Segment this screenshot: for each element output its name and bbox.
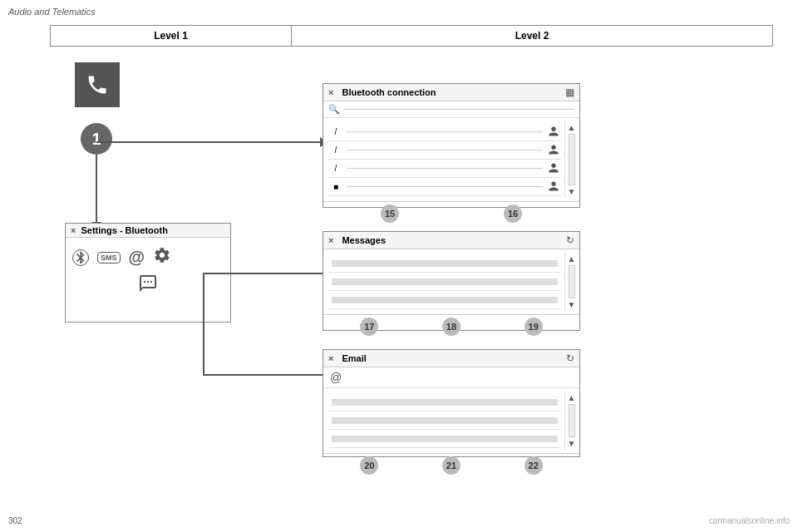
list-item — [328, 430, 561, 448]
phone-icon-box — [75, 62, 120, 107]
list-item — [328, 254, 561, 273]
bt-conn-body: / / / ■ — [323, 118, 579, 201]
bt-conn-scrollbar: ▲ ▼ — [564, 121, 578, 198]
settings-bt-title: Settings - Bluetooth — [81, 225, 168, 235]
scroll-up-arrow[interactable]: ▲ — [568, 123, 576, 132]
email-panel: × Email ↻ @ ▲ ▼ 20 21 22 — [323, 349, 580, 457]
messages-body: ▲ ▼ — [323, 249, 579, 314]
scroll-down-arrow[interactable]: ▼ — [568, 439, 576, 448]
bt-conn-header: × Bluetooth connection ▦ — [323, 84, 579, 101]
email-at-icon[interactable]: @ — [129, 248, 145, 267]
arrow-to-bt-conn — [96, 141, 321, 143]
page-number: 302 — [8, 516, 22, 525]
list-item: / — [328, 160, 561, 178]
email-at-row: @ — [323, 367, 579, 388]
badge-20[interactable]: 20 — [360, 456, 378, 475]
chat-icon[interactable] — [138, 273, 158, 293]
messages-badges: 17 18 19 — [323, 314, 579, 338]
badge-16[interactable]: 16 — [504, 204, 522, 223]
scroll-track — [569, 265, 575, 298]
list-item — [328, 393, 561, 411]
email-title: Email — [342, 353, 366, 363]
circle-number: 1 — [81, 123, 112, 155]
messages-close[interactable]: × — [328, 235, 333, 245]
email-at-symbol: @ — [330, 371, 342, 384]
header-title: Audio and Telematics — [8, 7, 96, 17]
scroll-up-arrow[interactable]: ▲ — [568, 393, 576, 402]
messages-header: × Messages ↻ — [323, 232, 579, 249]
email-badges: 20 21 22 — [323, 453, 579, 477]
settings-bt-title-bar: × Settings - Bluetooth — [66, 224, 230, 238]
v-connector — [203, 273, 204, 376]
messages-list — [325, 253, 564, 311]
badge-22[interactable]: 22 — [525, 456, 543, 475]
settings-bt-bottom-icons — [66, 273, 230, 298]
list-item: / — [328, 123, 561, 141]
badge-18[interactable]: 18 — [442, 318, 461, 336]
bluetooth-icon[interactable] — [72, 249, 89, 266]
bt-conn-panel: × Bluetooth connection ▦ 🔍 / / — [323, 83, 580, 208]
scroll-track — [569, 404, 575, 437]
list-item: / — [328, 141, 561, 160]
messages-title: Messages — [342, 235, 386, 245]
badge-21[interactable]: 21 — [442, 456, 461, 475]
arrow-to-email — [203, 374, 324, 376]
bt-conn-close[interactable]: × — [328, 87, 333, 97]
settings-gear-icon[interactable] — [153, 246, 171, 268]
arrow-down — [96, 155, 97, 223]
settings-bt-icons-row: SMS @ — [66, 238, 230, 273]
level2-label: Level 2 — [292, 26, 772, 46]
badge-19[interactable]: 19 — [525, 318, 543, 336]
scroll-up-arrow[interactable]: ▲ — [568, 254, 576, 264]
sms-icon[interactable]: SMS — [97, 252, 121, 264]
messages-panel: × Messages ↻ ▲ ▼ 17 18 19 — [323, 231, 580, 331]
email-close[interactable]: × — [328, 353, 333, 363]
badge-17[interactable]: 17 — [360, 318, 378, 336]
scroll-down-arrow[interactable]: ▼ — [568, 187, 576, 196]
messages-refresh-icon[interactable]: ↻ — [566, 234, 574, 246]
arrow-to-messages — [203, 273, 324, 274]
bt-conn-list: / / / ■ — [325, 121, 564, 198]
level-bar: Level 1 Level 2 — [50, 25, 773, 47]
bt-conn-title: Bluetooth connection — [342, 87, 436, 97]
phone-icon — [86, 73, 109, 96]
messages-scrollbar: ▲ ▼ — [564, 253, 578, 311]
bt-conn-table-icon: ▦ — [565, 86, 574, 98]
list-item — [328, 411, 561, 430]
email-list — [325, 392, 564, 450]
scroll-track — [569, 134, 575, 185]
bt-conn-search-row: 🔍 — [323, 101, 579, 118]
list-item — [328, 273, 561, 291]
watermark: carmanualsonline.info — [709, 516, 790, 525]
bt-conn-badges: 15 16 — [323, 201, 579, 225]
scroll-down-arrow[interactable]: ▼ — [568, 300, 576, 309]
list-item — [328, 291, 561, 309]
email-scrollbar: ▲ ▼ — [564, 392, 578, 450]
email-refresh-icon[interactable]: ↻ — [566, 352, 574, 364]
badge-15[interactable]: 15 — [381, 204, 399, 223]
level1-label: Level 1 — [51, 26, 292, 46]
settings-bt-close[interactable]: × — [71, 225, 76, 235]
email-header: × Email ↻ — [323, 350, 579, 367]
page-header: Audio and Telematics — [8, 7, 96, 17]
search-icon[interactable]: 🔍 — [328, 104, 340, 115]
list-item: ■ — [328, 178, 561, 196]
email-body: ▲ ▼ — [323, 388, 579, 453]
